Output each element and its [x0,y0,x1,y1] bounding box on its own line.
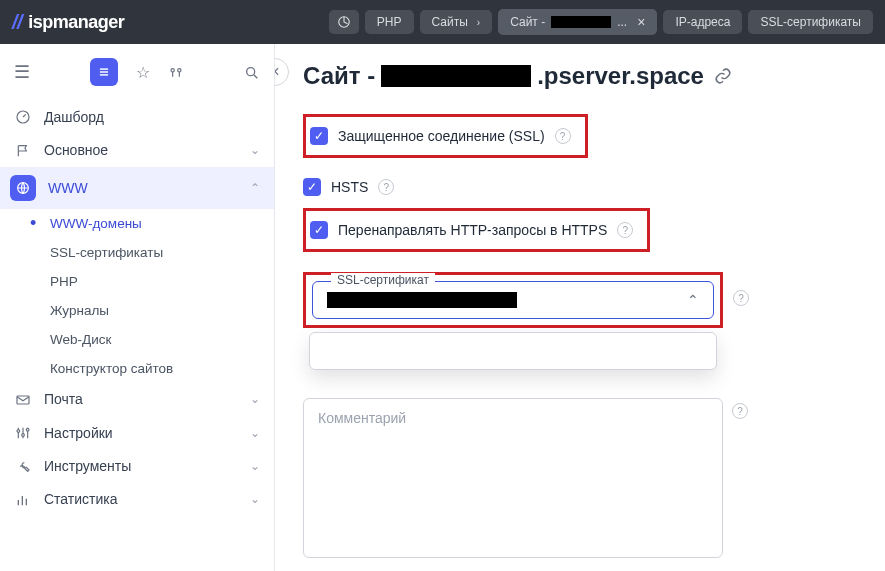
sidebar-sub-ssl[interactable]: SSL-сертификаты [0,238,274,267]
tab-sites[interactable]: Сайты› [420,10,493,34]
hsts-label: HSTS [331,179,368,195]
svg-point-14 [17,430,20,433]
highlight-annotation: ✓ Перенаправлять HTTP-запросы в HTTPS ? [303,208,650,252]
svg-point-5 [178,68,181,71]
chevron-down-icon: ⌄ [250,426,260,440]
redacted-text [551,16,611,28]
sidebar-item-main[interactable]: Основное ⌄ [0,133,274,166]
sidebar-item-mail[interactable]: Почта ⌄ [0,383,274,416]
hsts-checkbox[interactable]: ✓ [303,178,321,196]
search-icon[interactable] [244,63,260,81]
close-icon[interactable]: × [637,14,645,30]
close-panel-button[interactable]: × [275,58,289,86]
sidebar-item-stats[interactable]: Статистика ⌄ [0,482,274,515]
sidebar-label: Основное [44,142,108,158]
main-panel: × Сайт - .pserver.space ✓ Защищенное сое… [275,44,885,571]
mail-icon [14,391,32,408]
sidebar-sub-php[interactable]: PHP [0,267,274,296]
sidebar-label: Статистика [44,491,118,507]
sidebar-item-settings[interactable]: Настройки ⌄ [0,416,274,449]
logo-icon: // [12,11,22,34]
top-bar: // ispmanager PHP Сайты› Сайт -... × IP-… [0,0,885,44]
help-icon[interactable]: ? [555,128,571,144]
help-icon[interactable]: ? [733,290,749,306]
star-icon[interactable]: ☆ [136,63,150,82]
wrench-icon [14,457,32,474]
menu-icon[interactable]: ☰ [14,61,30,83]
ssl-checkbox[interactable]: ✓ [310,127,328,145]
sidebar-label: Настройки [44,425,113,441]
svg-point-16 [26,429,29,432]
chevron-down-icon: ⌄ [250,492,260,506]
redirect-label: Перенаправлять HTTP-запросы в HTTPS [338,222,607,238]
sidebar-label: Инструменты [44,458,131,474]
brand-text: ispmanager [28,12,124,33]
chevron-up-icon: ⌃ [250,181,260,195]
tab-current-site[interactable]: Сайт -... × [498,9,657,35]
sidebar: ☰ ☆ Дашборд Основное ⌄ [0,44,275,571]
sidebar-sub-webdisk[interactable]: Web-Диск [0,325,274,354]
help-icon[interactable]: ? [378,179,394,195]
dropdown-option[interactable] [328,345,698,357]
sidebar-item-www[interactable]: WWW ⌃ [0,167,274,209]
chevron-down-icon: ⌄ [250,392,260,406]
highlight-annotation: ✓ Защищенное соединение (SSL) ? [303,114,588,158]
flag-icon [14,141,32,158]
chevron-right-icon: › [477,17,480,28]
list-view-button[interactable] [90,58,118,86]
page-title: Сайт - .pserver.space [303,62,704,90]
svg-line-7 [254,75,257,78]
tab-ssl[interactable]: SSL-сертификаты [748,10,873,34]
tab-ip[interactable]: IP-адреса [663,10,742,34]
sidebar-sub-logs[interactable]: Журналы [0,296,274,325]
stats-tab-icon[interactable] [329,10,359,34]
sidebar-label: WWW [48,180,88,196]
svg-point-15 [22,434,25,437]
sidebar-item-dashboard[interactable]: Дашборд [0,100,274,133]
gauge-icon [14,108,32,125]
help-icon[interactable]: ? [732,403,748,419]
redacted-text [327,292,517,308]
highlight-annotation: SSL-сертификат ⌃ [303,272,723,328]
sidebar-item-tools[interactable]: Инструменты ⌄ [0,449,274,482]
svg-point-6 [247,67,255,75]
placeholder-text: Комментарий [318,410,406,426]
globe-icon [10,175,36,201]
field-legend: SSL-сертификат [331,273,435,287]
ssl-label: Защищенное соединение (SSL) [338,128,545,144]
chevron-down-icon: ⌄ [250,143,260,157]
sidebar-label: Почта [44,391,83,407]
link-icon[interactable] [714,67,732,86]
help-icon[interactable]: ? [617,222,633,238]
svg-point-4 [171,68,174,71]
comment-textarea[interactable]: Комментарий ? [303,398,723,558]
chevron-up-icon: ⌃ [687,292,699,308]
sidebar-label: Дашборд [44,109,104,125]
redirect-checkbox[interactable]: ✓ [310,221,328,239]
ssl-cert-select[interactable]: SSL-сертификат ⌃ [312,281,714,319]
ssl-cert-dropdown [309,332,717,370]
chart-icon [14,490,32,507]
redacted-text [381,65,531,87]
sidebar-sub-www-domains[interactable]: WWW-домены [0,209,274,238]
sidebar-sub-builder[interactable]: Конструктор сайтов [0,354,274,383]
chevron-down-icon: ⌄ [250,459,260,473]
logo: // ispmanager [12,11,124,34]
settings-icon[interactable] [168,63,184,81]
tab-php[interactable]: PHP [365,10,414,34]
sliders-icon [14,424,32,441]
